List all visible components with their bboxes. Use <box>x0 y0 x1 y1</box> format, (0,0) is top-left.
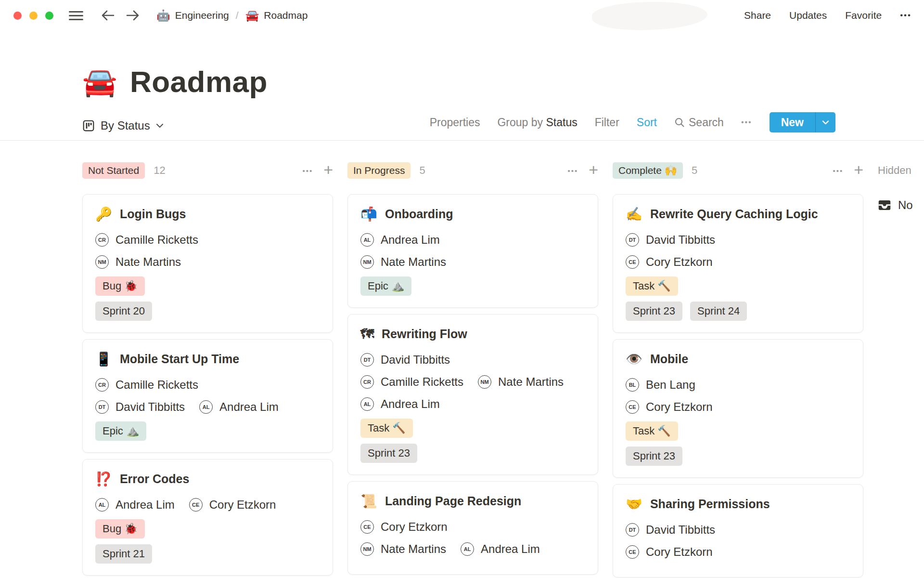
kanban-card[interactable]: 👁️MobileBLBen LangCECory EtzkornTask 🔨Sp… <box>613 339 863 478</box>
card-tag-row: Sprint 23 <box>626 447 850 466</box>
kanban-card[interactable]: 🤝Sharing PermissionsDTDavid TibbittsCECo… <box>613 484 863 578</box>
updates-button[interactable]: Updates <box>789 10 827 21</box>
avatar: DT <box>626 523 639 537</box>
person-chip[interactable]: NMNate Martins <box>478 375 564 389</box>
column-status-badge[interactable]: In Progress <box>347 162 411 179</box>
card-tag-row: Epic ⛰️ <box>95 421 320 441</box>
card-tag-row: Task 🔨 <box>626 276 850 296</box>
tag-badge[interactable]: Task 🔨 <box>626 276 678 296</box>
person-chip[interactable]: DTDavid Tibbitts <box>360 353 450 367</box>
kanban-card[interactable]: 📜Landing Page RedesignCECory EtzkornNMNa… <box>347 481 598 575</box>
tag-badge[interactable]: Sprint 21 <box>95 544 152 564</box>
tag-badge[interactable]: Bug 🐞 <box>95 276 145 296</box>
breadcrumb-workspace[interactable]: Engineering <box>175 10 229 21</box>
tag-badge[interactable]: Sprint 23 <box>360 444 417 463</box>
new-dropdown-chevron-icon[interactable] <box>815 112 835 132</box>
person-chip[interactable]: ALAndrea Lim <box>199 400 279 414</box>
tag-badge[interactable]: Task 🔨 <box>626 421 678 441</box>
person-chip[interactable]: CECory Etzkorn <box>626 545 713 559</box>
column-header: In Progress5•••+ <box>347 161 598 180</box>
new-button[interactable]: New <box>770 112 835 132</box>
close-window-button[interactable] <box>13 12 22 20</box>
column-status-badge[interactable]: Complete 🙌 <box>613 162 683 179</box>
tag-badge[interactable]: Sprint 23 <box>626 302 682 321</box>
toolbar-more-icon[interactable]: ••• <box>741 118 752 127</box>
column-more-icon[interactable]: ••• <box>833 167 843 175</box>
page-icon-small: 🚘 <box>245 9 259 22</box>
person-chip[interactable]: ALAndrea Lim <box>360 233 440 247</box>
tag-badge[interactable]: Sprint 20 <box>95 302 152 321</box>
page-emoji[interactable]: 🚘 <box>82 66 117 98</box>
person-chip[interactable]: CECory Etzkorn <box>360 520 448 534</box>
view-name: By Status <box>101 119 150 132</box>
column-more-icon[interactable]: ••• <box>302 167 313 175</box>
back-arrow-icon[interactable] <box>101 9 115 22</box>
person-chip[interactable]: DTDavid Tibbitts <box>95 400 185 414</box>
card-title-text: Landing Page Redesign <box>385 494 521 508</box>
breadcrumb-page[interactable]: Roadmap <box>264 10 308 21</box>
sort-button[interactable]: Sort <box>637 116 657 129</box>
tag-badge[interactable]: Sprint 23 <box>626 447 682 466</box>
person-chip[interactable]: NMNate Martins <box>360 542 446 556</box>
kanban-card[interactable]: 🗺Rewriting FlowDTDavid TibbittsCRCamille… <box>347 314 598 475</box>
person-chip[interactable]: ALAndrea Lim <box>461 542 540 556</box>
person-chip[interactable]: ALAndrea Lim <box>360 397 440 411</box>
card-person-row: CRCamille Ricketts <box>95 231 320 249</box>
tag-badge[interactable]: Epic ⛰️ <box>95 421 146 441</box>
person-chip[interactable]: CRCamille Ricketts <box>95 233 198 247</box>
tag-badge[interactable]: Bug 🐞 <box>95 519 145 539</box>
person-chip[interactable]: NMNate Martins <box>95 255 181 269</box>
person-name: David Tibbitts <box>381 353 450 367</box>
tag-badge[interactable]: Sprint 24 <box>690 302 747 321</box>
column-status-badge[interactable]: Not Started <box>82 162 145 179</box>
tag-badge[interactable]: Epic ⛰️ <box>360 276 411 296</box>
minimize-window-button[interactable] <box>29 12 38 20</box>
kanban-card[interactable]: ⁉️Error CodesALAndrea LimCECory EtzkornB… <box>82 459 333 576</box>
favorite-button[interactable]: Favorite <box>845 10 882 21</box>
person-chip[interactable]: CRCamille Ricketts <box>95 378 198 392</box>
person-name: Camille Ricketts <box>116 233 198 247</box>
filter-button[interactable]: Filter <box>595 116 619 129</box>
person-name: Ben Lang <box>646 378 695 392</box>
column-count: 5 <box>692 164 697 177</box>
tag-badge[interactable]: Task 🔨 <box>360 419 413 438</box>
column-add-card-icon[interactable]: + <box>589 161 598 178</box>
window-controls <box>13 12 53 20</box>
view-switcher[interactable]: By Status <box>82 119 164 132</box>
more-options-icon[interactable]: ••• <box>900 11 911 20</box>
person-chip[interactable]: BLBen Lang <box>626 378 695 392</box>
kanban-card[interactable]: 🔑Login BugsCRCamille RickettsNMNate Mart… <box>82 194 333 333</box>
group-by-button[interactable]: Group by Status <box>497 116 577 129</box>
card-person-row: ALAndrea Lim <box>360 231 585 249</box>
zoom-window-button[interactable] <box>45 12 53 20</box>
person-chip[interactable]: CECory Etzkorn <box>626 255 713 269</box>
column-add-card-icon[interactable]: + <box>323 161 333 178</box>
column-add-card-icon[interactable]: + <box>854 161 863 178</box>
person-chip[interactable]: CRCamille Ricketts <box>360 375 463 389</box>
card-tag-row: Sprint 21 <box>95 544 320 564</box>
card-person-row: BLBen Lang <box>626 376 850 394</box>
person-chip[interactable]: NMNate Martins <box>360 255 446 269</box>
sidebar-menu-icon[interactable] <box>69 9 83 23</box>
properties-button[interactable]: Properties <box>430 116 480 129</box>
card-tag-row: Epic ⛰️ <box>360 276 585 296</box>
column-status-badge[interactable]: Hidden <box>878 162 917 179</box>
person-chip[interactable]: DTDavid Tibbitts <box>626 523 715 537</box>
person-chip[interactable]: CECory Etzkorn <box>189 498 276 512</box>
kanban-card[interactable]: 📬OnboardingALAndrea LimNMNate MartinsEpi… <box>347 194 598 308</box>
share-button[interactable]: Share <box>744 10 771 21</box>
person-chip[interactable]: ALAndrea Lim <box>95 498 175 512</box>
person-chip[interactable]: CECory Etzkorn <box>626 400 713 414</box>
avatar: CE <box>626 545 639 559</box>
column-more-icon[interactable]: ••• <box>567 167 578 175</box>
person-chip[interactable]: DTDavid Tibbitts <box>626 233 715 247</box>
hidden-group-label: No <box>898 198 913 212</box>
kanban-card[interactable]: 📱Mobile Start Up TimeCRCamille RickettsD… <box>82 339 333 453</box>
search-button[interactable]: Search <box>674 116 724 129</box>
person-name: Andrea Lim <box>481 542 540 556</box>
card-title: 🤝Sharing Permissions <box>626 494 850 513</box>
card-title-text: Mobile <box>650 352 688 366</box>
forward-arrow-icon[interactable] <box>126 9 140 22</box>
kanban-card[interactable]: ✍️Rewrite Query Caching LogicDTDavid Tib… <box>613 194 863 333</box>
hidden-group-row[interactable]: No <box>878 198 924 212</box>
